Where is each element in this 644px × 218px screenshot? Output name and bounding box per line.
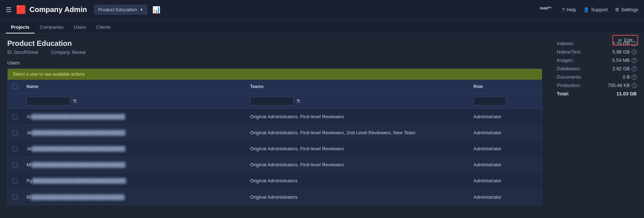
project-id-label: ID: DocsRGreat xyxy=(7,50,44,55)
row-role-4: Administrator xyxy=(469,174,542,187)
row-teams-5: Original Administrators xyxy=(246,191,469,203)
stats-row-images: Images: 5.54 MB ? xyxy=(557,56,637,64)
table-row: Je████████████████████████████ Original … xyxy=(8,141,542,157)
nativetext-help-icon[interactable]: ? xyxy=(632,49,637,55)
filter-row: ⚗ ⚗ xyxy=(8,94,542,109)
role-filter-input[interactable] xyxy=(474,97,506,106)
images-label: Images: xyxy=(557,58,573,63)
support-link[interactable]: 👤 Support xyxy=(583,7,608,12)
row-checkbox-2[interactable] xyxy=(8,143,22,155)
edit-icon: ✏ xyxy=(618,37,622,43)
reveal-logo: reveal™ xyxy=(540,4,551,16)
row-role-3: Administrator xyxy=(469,158,542,171)
chart-icon[interactable]: 📊 xyxy=(152,6,160,14)
databases-value: 2.82 GB ? xyxy=(612,66,637,71)
support-icon: 👤 xyxy=(583,7,589,12)
page-meta: ID: DocsRGreat Company: Reveal xyxy=(7,50,542,55)
table-header-row: Name Teams Role xyxy=(8,80,542,94)
table-row: Je████████████████████████████ Original … xyxy=(8,125,542,141)
production-value: 755.48 KB ? xyxy=(608,83,637,88)
name-column-header: Name xyxy=(22,83,246,91)
databases-label: Databases: xyxy=(557,66,581,71)
row-teams-0: Original Administrators, First-level Rev… xyxy=(246,110,469,123)
databases-help-icon[interactable]: ? xyxy=(632,66,637,71)
brand-icon: 🟥 xyxy=(16,5,26,15)
row-name-0: Ar████████████████████████████ xyxy=(22,110,246,123)
stats-table: Indexes: 2.33 GB ? Native/Text: 5.88 GB … xyxy=(557,39,637,98)
production-label: Production: xyxy=(557,83,581,88)
name-filter-icon[interactable]: ⚗ xyxy=(72,98,77,104)
project-dropdown[interactable]: Product Education ▼ xyxy=(94,5,147,15)
documents-help-icon[interactable]: ? xyxy=(632,75,637,80)
row-name-4: Ry████████████████████████████ xyxy=(22,174,246,187)
stats-row-documents: Documents: 0 B ? xyxy=(557,73,637,81)
teams-filter-input[interactable] xyxy=(250,97,294,106)
production-help-icon[interactable]: ? xyxy=(632,83,637,88)
total-label: Total: xyxy=(557,91,569,96)
checkbox-filter-cell xyxy=(8,96,22,106)
help-link[interactable]: ? Help xyxy=(562,7,576,12)
role-filter-cell xyxy=(469,96,542,106)
tab-clients[interactable]: Clients xyxy=(91,21,116,33)
row-name-3: Mi████████████████████████████ xyxy=(22,158,246,171)
tab-projects[interactable]: Projects xyxy=(6,21,35,33)
nativetext-label: Native/Text: xyxy=(557,49,581,55)
settings-icon: ⚙ xyxy=(615,7,619,12)
table-row: Ar████████████████████████████ Original … xyxy=(8,109,542,125)
row-teams-4: Original Administrators xyxy=(246,174,469,187)
row-teams-2: Original Administrators, First-level Rev… xyxy=(246,142,469,155)
help-icon: ? xyxy=(562,7,564,12)
documents-value: 0 B ? xyxy=(623,74,637,80)
row-role-0: Administrator xyxy=(469,110,542,123)
tab-companies[interactable]: Companies xyxy=(35,21,69,33)
indexes-label: Indexes: xyxy=(557,41,575,46)
row-teams-3: Original Administrators, First-level Rev… xyxy=(246,158,469,171)
nav-right: reveal™ ? Help 👤 Support ⚙ Settings xyxy=(540,4,638,16)
teams-filter-icon[interactable]: ⚗ xyxy=(296,98,301,104)
row-checkbox-1[interactable] xyxy=(8,127,22,139)
edit-button[interactable]: ✏ Edit xyxy=(612,35,638,45)
settings-link[interactable]: ⚙ Settings xyxy=(615,7,638,12)
user-table: Select a user to see available actions N… xyxy=(7,68,542,205)
images-value: 5.54 MB ? xyxy=(612,58,637,63)
chevron-down-icon: ▼ xyxy=(140,8,143,12)
row-role-5: Administrator xyxy=(469,191,542,203)
section-label: Users xyxy=(7,60,542,66)
sub-nav: Projects Companies Users Clients xyxy=(0,20,644,33)
images-help-icon[interactable]: ? xyxy=(632,58,637,63)
row-checkbox-3[interactable] xyxy=(8,159,22,171)
name-filter-input[interactable] xyxy=(27,97,70,106)
checkbox-header[interactable] xyxy=(8,83,22,91)
stats-row-total: Total: 11.03 GB xyxy=(557,90,637,98)
row-checkbox-5[interactable] xyxy=(8,191,22,203)
table-row: Ry████████████████████████████ Original … xyxy=(8,173,542,189)
selection-banner: Select a user to see available actions xyxy=(8,69,542,80)
nativetext-value: 5.88 GB ? xyxy=(612,49,637,55)
row-checkbox-4[interactable] xyxy=(8,175,22,187)
total-value: 11.03 GB xyxy=(616,91,637,96)
teams-column-header: Teams xyxy=(246,83,469,91)
project-dropdown-label: Product Education xyxy=(98,7,137,12)
page-title: Product Education xyxy=(7,39,542,48)
row-teams-1: Original Administrators, First-level Rev… xyxy=(246,126,469,139)
row-name-1: Je████████████████████████████ xyxy=(22,126,246,139)
tab-users[interactable]: Users xyxy=(69,21,91,33)
name-filter-cell: ⚗ xyxy=(22,96,246,106)
stats-row-nativetext: Native/Text: 5.88 GB ? xyxy=(557,48,637,56)
row-name-2: Je████████████████████████████ xyxy=(22,142,246,155)
table-row: Bi████████████████████████████ Original … xyxy=(8,189,542,205)
stats-row-databases: Databases: 2.82 GB ? xyxy=(557,64,637,73)
company-label: Company: Reveal xyxy=(51,50,91,55)
left-panel: Product Education ID: DocsRGreat Company… xyxy=(0,33,550,211)
table-row: Mi████████████████████████████ Original … xyxy=(8,157,542,173)
select-all-checkbox[interactable] xyxy=(12,84,17,89)
teams-filter-cell: ⚗ xyxy=(246,96,469,106)
company-admin-label: Company Admin xyxy=(29,5,87,14)
row-checkbox-0[interactable] xyxy=(8,111,22,123)
hamburger-icon[interactable]: ☰ xyxy=(6,6,12,14)
row-role-1: Administrator xyxy=(469,126,542,139)
row-name-5: Bi████████████████████████████ xyxy=(22,191,246,203)
right-panel: Indexes: 2.33 GB ? Native/Text: 5.88 GB … xyxy=(550,33,644,211)
stats-row-production: Production: 755.48 KB ? xyxy=(557,81,637,90)
role-column-header: Role xyxy=(469,83,542,91)
